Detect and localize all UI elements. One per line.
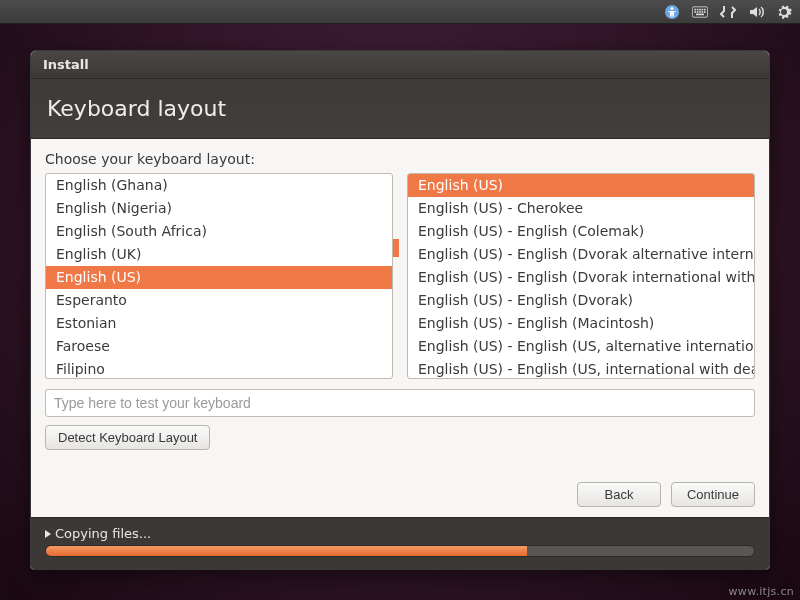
layout-lists: English (Ghana)English (Nigeria)English … [45, 173, 755, 379]
watermark: www.itjs.cn [729, 585, 794, 598]
variant-item-3[interactable]: English (US) - English (Dvorak alternati… [408, 243, 754, 266]
prompt-label: Choose your keyboard layout: [45, 151, 755, 167]
language-item-3[interactable]: English (UK) [46, 243, 392, 266]
window-title: Install [43, 57, 89, 72]
progress-label: Copying files... [55, 526, 151, 541]
gear-icon[interactable] [776, 4, 792, 20]
svg-rect-3 [694, 8, 696, 10]
svg-rect-13 [696, 13, 704, 15]
svg-rect-11 [702, 11, 704, 13]
variant-item-8[interactable]: English (US) - English (US, internationa… [408, 358, 754, 378]
language-item-0[interactable]: English (Ghana) [46, 174, 392, 197]
variant-item-6[interactable]: English (US) - English (Macintosh) [408, 312, 754, 335]
detect-layout-button[interactable]: Detect Keyboard Layout [45, 425, 210, 450]
svg-rect-9 [697, 11, 699, 13]
window-header: Keyboard layout [31, 79, 769, 139]
language-item-2[interactable]: English (South Africa) [46, 220, 392, 243]
page-title: Keyboard layout [47, 96, 226, 121]
svg-rect-10 [699, 11, 701, 13]
progress-bar [45, 545, 755, 557]
disclosure-triangle-icon [45, 530, 51, 538]
variant-item-7[interactable]: English (US) - English (US, alternative … [408, 335, 754, 358]
language-item-1[interactable]: English (Nigeria) [46, 197, 392, 220]
svg-rect-4 [697, 8, 699, 10]
language-item-4[interactable]: English (US) [46, 266, 392, 289]
svg-rect-7 [704, 8, 706, 10]
progress-area: Copying files... [31, 517, 769, 569]
language-item-8[interactable]: Filipino [46, 358, 392, 378]
language-item-5[interactable]: Esperanto [46, 289, 392, 312]
keyboard-test-input[interactable] [45, 389, 755, 417]
variant-item-5[interactable]: English (US) - English (Dvorak) [408, 289, 754, 312]
variant-item-0[interactable]: English (US) [408, 174, 754, 197]
progress-fill [46, 546, 527, 556]
svg-rect-12 [704, 11, 706, 13]
top-menubar [0, 0, 800, 24]
keyboard-indicator-icon[interactable] [692, 4, 708, 20]
svg-rect-8 [694, 11, 696, 13]
variant-item-2[interactable]: English (US) - English (Colemak) [408, 220, 754, 243]
progress-label-row[interactable]: Copying files... [45, 526, 755, 541]
variant-item-1[interactable]: English (US) - Cherokee [408, 197, 754, 220]
continue-button[interactable]: Continue [671, 482, 755, 507]
back-button[interactable]: Back [577, 482, 661, 507]
language-item-7[interactable]: Faroese [46, 335, 392, 358]
variant-item-4[interactable]: English (US) - English (Dvorak internati… [408, 266, 754, 289]
svg-rect-6 [702, 8, 704, 10]
variant-listbox[interactable]: English (US)English (US) - CherokeeEngli… [407, 173, 755, 379]
content-area: Choose your keyboard layout: English (Gh… [31, 139, 769, 517]
language-listbox[interactable]: English (Ghana)English (Nigeria)English … [45, 173, 393, 379]
volume-icon[interactable] [748, 4, 764, 20]
window-titlebar: Install [31, 51, 769, 79]
nav-buttons: Back Continue [45, 470, 755, 507]
svg-rect-5 [699, 8, 701, 10]
network-icon[interactable] [720, 4, 736, 20]
selection-hint [393, 239, 399, 257]
language-item-6[interactable]: Estonian [46, 312, 392, 335]
svg-point-1 [671, 7, 674, 10]
accessibility-icon[interactable] [664, 4, 680, 20]
installer-window: Install Keyboard layout Choose your keyb… [30, 50, 770, 570]
